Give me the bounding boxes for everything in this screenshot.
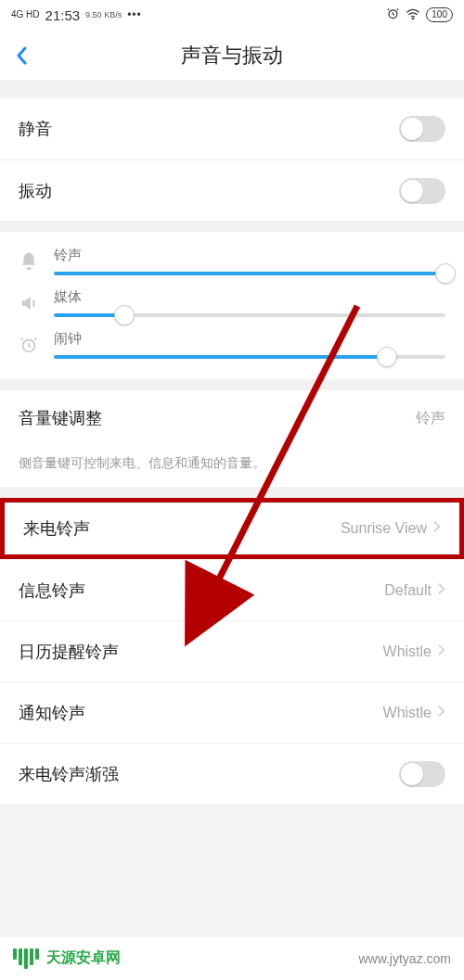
battery-indicator: 100 xyxy=(426,7,453,22)
ascend-ringtone-row[interactable]: 来电铃声渐强 xyxy=(0,743,464,804)
alarm-icon xyxy=(386,6,400,23)
notify-ringtone-row[interactable]: 通知铃声 Whistle xyxy=(0,681,464,743)
vibrate-row[interactable]: 振动 xyxy=(0,159,464,221)
mute-row[interactable]: 静音 xyxy=(0,98,464,159)
page-header: 声音与振动 xyxy=(0,30,464,82)
volume-key-desc: 侧音量键可控制来电、信息和通知的音量。 xyxy=(0,446,464,487)
ascend-ringtone-label: 来电铃声渐强 xyxy=(19,763,119,785)
notify-ringtone-value: Whistle xyxy=(383,705,445,721)
calendar-ringtone-label: 日历提醒铃声 xyxy=(19,641,119,663)
ringtone-slider[interactable] xyxy=(54,272,445,275)
sms-ringtone-row[interactable]: 信息铃声 Default xyxy=(0,559,464,620)
incoming-ringtone-row[interactable]: 来电铃声 Sunrise View xyxy=(0,498,464,559)
media-slider[interactable] xyxy=(54,313,445,317)
calendar-ringtone-value: Whistle xyxy=(383,643,445,660)
media-slider-label: 媒体 xyxy=(54,288,445,306)
chevron-right-icon xyxy=(437,582,445,599)
back-button[interactable] xyxy=(0,30,45,82)
alarm-slider-row: 闹钟 xyxy=(0,321,464,363)
more-indicator: ••• xyxy=(127,8,142,21)
watermark-url: www.jytyaz.com xyxy=(358,951,451,966)
chevron-right-icon xyxy=(437,643,445,660)
alarm-clock-icon xyxy=(15,335,43,355)
chevron-right-icon xyxy=(432,520,441,537)
watermark-brand: 天源安卓网 xyxy=(46,948,121,968)
alarm-slider[interactable] xyxy=(54,355,445,359)
calendar-ringtone-row[interactable]: 日历提醒铃声 Whistle xyxy=(0,620,464,681)
status-bar: 4G HD 21:53 9.50 KB/s ••• 100 xyxy=(0,0,464,30)
page-title: 声音与振动 xyxy=(0,42,464,70)
volume-key-group: 音量键调整 铃声 侧音量键可控制来电、信息和通知的音量。 xyxy=(0,390,464,487)
network-indicator: 4G HD xyxy=(11,10,40,19)
incoming-ringtone-value: Sunrise View xyxy=(341,520,441,537)
chevron-right-icon xyxy=(437,705,445,721)
incoming-ringtone-label: 来电铃声 xyxy=(23,517,90,540)
data-speed: 9.50 KB/s xyxy=(85,11,122,19)
toggle-group: 静音 振动 xyxy=(0,98,464,221)
watermark-logo-icon xyxy=(13,948,39,969)
notify-ringtone-label: 通知铃声 xyxy=(19,702,85,724)
svg-point-1 xyxy=(413,19,414,19)
clock: 21:53 xyxy=(45,7,81,23)
speaker-icon xyxy=(15,293,43,313)
alarm-slider-label: 闹钟 xyxy=(54,330,445,348)
ringtone-slider-label: 铃声 xyxy=(54,247,445,264)
volume-key-row[interactable]: 音量键调整 铃声 xyxy=(0,390,464,446)
mute-label: 静音 xyxy=(19,118,52,140)
vibrate-label: 振动 xyxy=(19,180,52,202)
ascend-toggle[interactable] xyxy=(399,761,445,787)
sms-ringtone-label: 信息铃声 xyxy=(19,579,85,602)
sms-ringtone-value: Default xyxy=(384,582,445,599)
sound-group: 来电铃声 Sunrise View 信息铃声 Default 日历提醒铃声 Wh… xyxy=(0,498,464,804)
media-slider-row: 媒体 xyxy=(0,279,464,321)
ringtone-slider-row: 铃声 xyxy=(0,237,464,279)
volume-key-value: 铃声 xyxy=(416,409,445,428)
watermark-bar: 天源安卓网 www.jytyaz.com xyxy=(0,935,464,980)
bell-icon xyxy=(15,251,43,272)
vibrate-toggle[interactable] xyxy=(399,178,445,204)
wifi-icon xyxy=(406,7,420,22)
mute-toggle[interactable] xyxy=(399,116,445,142)
volume-sliders: 铃声 媒体 闹钟 xyxy=(0,232,464,379)
volume-key-label: 音量键调整 xyxy=(19,407,102,429)
